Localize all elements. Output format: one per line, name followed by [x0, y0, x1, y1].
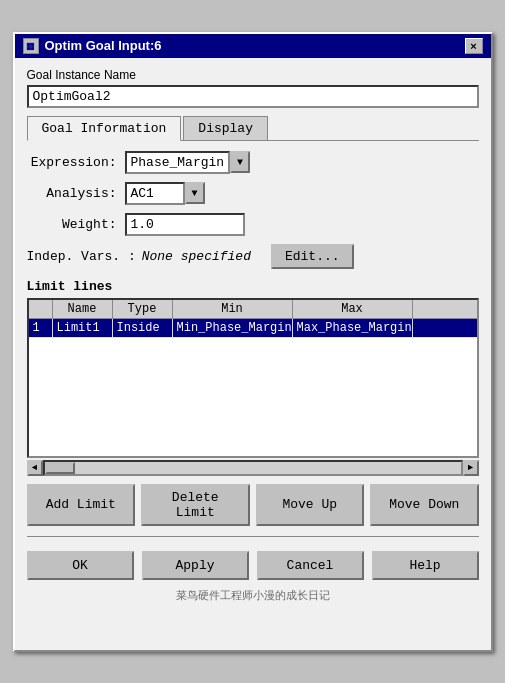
- indep-vars-value: None specified: [142, 249, 251, 264]
- edit-button[interactable]: Edit...: [271, 244, 354, 269]
- separator: [27, 536, 479, 537]
- h-scrollbar[interactable]: [43, 460, 463, 476]
- help-button[interactable]: Help: [372, 551, 479, 580]
- app-icon: ▦: [23, 38, 39, 54]
- apply-button[interactable]: Apply: [142, 551, 249, 580]
- dialog-window: ▦ Optim Goal Input:6 × Goal Instance Nam…: [13, 32, 493, 652]
- col-max: Max: [293, 300, 413, 318]
- title-bar: ▦ Optim Goal Input:6 ×: [15, 34, 491, 58]
- analysis-label: Analysis:: [27, 186, 117, 201]
- weight-label: Weight:: [27, 217, 117, 232]
- expression-dropdown-container: Phase_Margin ▼: [125, 151, 251, 174]
- table-row[interactable]: 1 Limit1 Inside Min_Phase_Margin Max_Pha…: [29, 319, 477, 338]
- expression-label: Expression:: [27, 155, 117, 170]
- indep-vars-row: Indep. Vars. : None specified Edit...: [27, 244, 479, 269]
- col-name: Name: [53, 300, 113, 318]
- analysis-input[interactable]: AC1: [125, 182, 185, 205]
- indep-vars-label: Indep. Vars. :: [27, 249, 136, 264]
- move-down-button[interactable]: Move Down: [370, 484, 479, 526]
- limit-lines-title: Limit lines: [27, 279, 479, 294]
- tab-bar: Goal Information Display: [27, 116, 479, 141]
- analysis-row: Analysis: AC1 ▼: [27, 182, 479, 205]
- cell-index: 1: [29, 319, 53, 337]
- col-index: [29, 300, 53, 318]
- scroll-thumb: [45, 462, 75, 474]
- col-min: Min: [173, 300, 293, 318]
- weight-input[interactable]: [125, 213, 245, 236]
- expression-input[interactable]: Phase_Margin: [125, 151, 231, 174]
- table-body: 1 Limit1 Inside Min_Phase_Margin Max_Pha…: [29, 319, 477, 449]
- scroll-left-btn[interactable]: ◄: [27, 460, 43, 476]
- cell-min: Min_Phase_Margin: [173, 319, 293, 337]
- close-button[interactable]: ×: [465, 38, 483, 54]
- expression-row: Expression: Phase_Margin ▼: [27, 151, 479, 174]
- title-bar-left: ▦ Optim Goal Input:6: [23, 38, 162, 54]
- goal-instance-input[interactable]: [27, 85, 479, 108]
- analysis-dropdown-container: AC1 ▼: [125, 182, 205, 205]
- table-header: Name Type Min Max: [29, 300, 477, 319]
- weight-row: Weight:: [27, 213, 479, 236]
- dialog-body: Goal Instance Name Goal Information Disp…: [15, 58, 491, 615]
- expression-dropdown-btn[interactable]: ▼: [230, 151, 250, 173]
- scroll-right-btn[interactable]: ►: [463, 460, 479, 476]
- goal-instance-label: Goal Instance Name: [27, 68, 479, 82]
- tab-display[interactable]: Display: [183, 116, 268, 140]
- bottom-buttons: OK Apply Cancel Help: [27, 545, 479, 586]
- limit-lines-section: Limit lines Name Type Min Max 1 Limit1 I…: [27, 279, 479, 476]
- window-title: Optim Goal Input:6: [45, 38, 162, 53]
- tab-goal-information[interactable]: Goal Information: [27, 116, 182, 141]
- watermark: 菜鸟硬件工程师小漫的成长日记: [27, 586, 479, 605]
- analysis-dropdown-btn[interactable]: ▼: [185, 182, 205, 204]
- cell-name: Limit1: [53, 319, 113, 337]
- cell-max: Max_Phase_Margin: [293, 319, 413, 337]
- add-limit-button[interactable]: Add Limit: [27, 484, 136, 526]
- delete-limit-button[interactable]: Delete Limit: [141, 484, 250, 526]
- col-type: Type: [113, 300, 173, 318]
- ok-button[interactable]: OK: [27, 551, 134, 580]
- limit-lines-table: Name Type Min Max 1 Limit1 Inside Min_Ph…: [27, 298, 479, 458]
- cell-type: Inside: [113, 319, 173, 337]
- move-up-button[interactable]: Move Up: [256, 484, 365, 526]
- cancel-button[interactable]: Cancel: [257, 551, 364, 580]
- action-buttons: Add Limit Delete Limit Move Up Move Down: [27, 484, 479, 526]
